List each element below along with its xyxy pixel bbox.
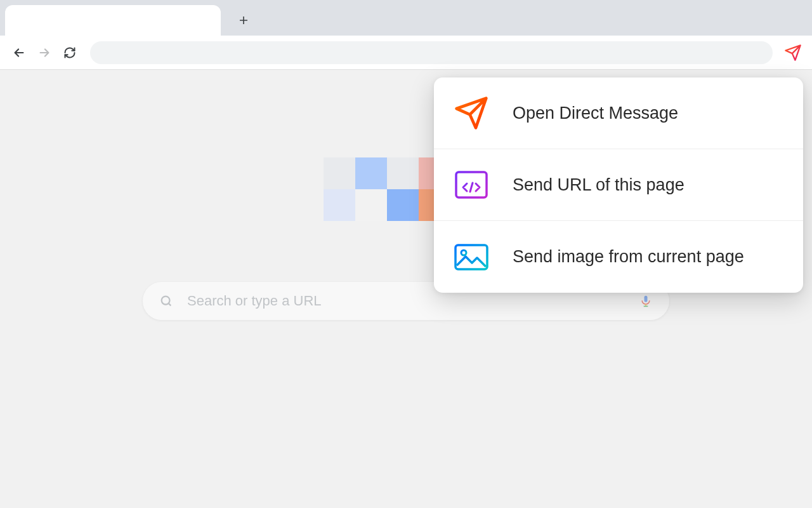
paper-plane-icon bbox=[784, 44, 802, 62]
browser-toolbar bbox=[0, 36, 812, 70]
paper-plane-icon bbox=[454, 95, 489, 131]
back-arrow-icon bbox=[12, 46, 26, 60]
svg-rect-7 bbox=[455, 245, 487, 269]
svg-point-4 bbox=[162, 297, 170, 305]
menu-send-url[interactable]: Send URL of this page bbox=[434, 149, 803, 221]
back-button[interactable] bbox=[8, 41, 30, 64]
extension-button[interactable] bbox=[782, 41, 804, 64]
code-window-icon bbox=[455, 171, 488, 199]
plus-icon bbox=[238, 15, 249, 26]
address-bar[interactable] bbox=[90, 41, 773, 64]
voice-search-button[interactable] bbox=[639, 291, 653, 311]
reload-icon bbox=[63, 46, 76, 59]
microphone-icon bbox=[639, 293, 652, 309]
menu-send-image[interactable]: Send image from current page bbox=[434, 221, 803, 293]
image-icon bbox=[454, 244, 488, 271]
new-tab-button[interactable] bbox=[232, 9, 255, 32]
menu-item-label: Send URL of this page bbox=[513, 175, 684, 195]
forward-arrow-icon bbox=[37, 46, 51, 60]
reload-button[interactable] bbox=[58, 41, 81, 64]
search-icon bbox=[159, 294, 173, 308]
extension-popup: Open Direct Message Send URL of this pag… bbox=[434, 77, 803, 293]
svg-point-8 bbox=[461, 250, 466, 255]
svg-rect-5 bbox=[645, 296, 648, 302]
menu-open-direct-message[interactable]: Open Direct Message bbox=[434, 77, 803, 149]
active-tab[interactable] bbox=[5, 5, 221, 36]
tab-strip bbox=[0, 0, 812, 36]
menu-item-label: Open Direct Message bbox=[513, 104, 678, 123]
forward-button[interactable] bbox=[33, 41, 56, 64]
menu-item-label: Send image from current page bbox=[513, 247, 744, 267]
search-input[interactable] bbox=[187, 293, 625, 309]
